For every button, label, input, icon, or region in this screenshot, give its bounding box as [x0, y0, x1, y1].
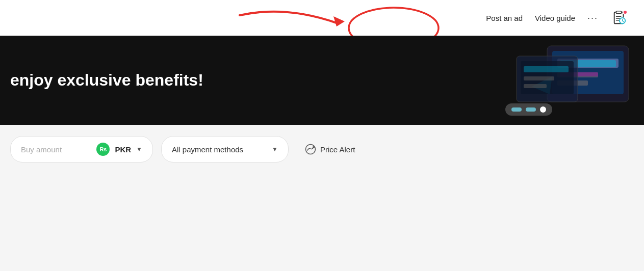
slider-dot-3[interactable]	[540, 106, 546, 113]
notification-button[interactable]	[610, 9, 629, 27]
banner-slider-dots[interactable]	[505, 103, 552, 116]
currency-badge: Rs	[96, 143, 110, 156]
buy-amount-placeholder: Buy amount	[21, 145, 91, 154]
currency-symbol: Rs	[99, 146, 107, 152]
svg-rect-23	[524, 84, 547, 88]
banner-text: enjoy exclusive benefits!	[10, 71, 203, 90]
svg-point-24	[306, 145, 316, 154]
svg-rect-22	[524, 76, 554, 80]
video-guide-link[interactable]: Video guide	[535, 14, 575, 22]
slider-dot-2[interactable]	[526, 107, 536, 112]
post-an-ad-link[interactable]: Post an ad	[486, 14, 523, 22]
price-alert-icon	[305, 144, 316, 155]
payment-methods-label: All payment methods	[172, 145, 267, 154]
price-alert-button[interactable]: Price Alert	[297, 139, 363, 160]
svg-point-25	[313, 146, 315, 148]
payment-methods-select[interactable]: All payment methods ▼	[161, 136, 289, 162]
notification-dot	[623, 10, 628, 15]
more-options-button[interactable]: ···	[587, 13, 598, 23]
currency-code: PKR	[115, 145, 131, 154]
svg-rect-1	[616, 11, 621, 14]
header-nav: Post an ad Video guide ···	[486, 9, 629, 27]
payment-methods-chevron[interactable]: ▼	[272, 146, 278, 153]
buy-amount-input-wrap[interactable]: Buy amount Rs PKR ▼	[10, 136, 153, 162]
banner: enjoy exclusive benefits!	[0, 36, 644, 125]
price-alert-label: Price Alert	[320, 145, 355, 154]
currency-dropdown-chevron[interactable]: ▼	[136, 146, 142, 153]
slider-dot-1[interactable]	[511, 107, 522, 112]
header: Post an ad Video guide ···	[0, 0, 644, 36]
filter-bar: Buy amount Rs PKR ▼ All payment methods …	[0, 125, 644, 174]
svg-marker-10	[333, 16, 345, 26]
svg-rect-21	[524, 66, 569, 72]
